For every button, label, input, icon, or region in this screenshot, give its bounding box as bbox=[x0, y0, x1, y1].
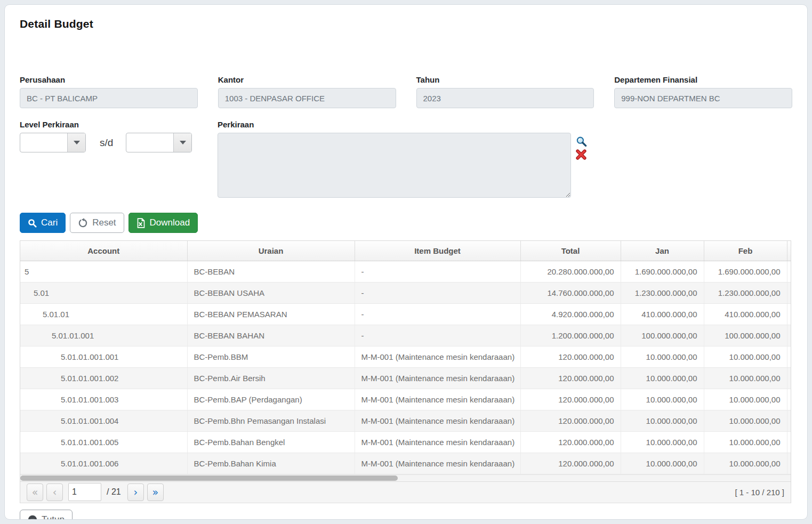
cell-uraian: BC-BEBAN PEMASARAN bbox=[187, 303, 355, 325]
cell-item-budget: M-M-001 (Maintenance mesin kendaraaan) bbox=[355, 389, 520, 410]
last-page-button[interactable]: » bbox=[147, 483, 164, 501]
tutup-button-label: Tutup bbox=[42, 514, 65, 520]
cell-item-budget: - bbox=[355, 325, 520, 346]
form-row-perkiraan: Level Perkiraan s/d bbox=[20, 120, 792, 200]
column-header-account[interactable]: Account bbox=[20, 241, 187, 261]
column-header-total[interactable]: Total bbox=[520, 241, 621, 261]
download-button-label: Download bbox=[150, 217, 190, 228]
table-row[interactable]: 5.01.01.001.002BC-Pemb.Air BersihM-M-001… bbox=[20, 367, 791, 389]
table-row[interactable]: 5.01BC-BEBAN USAHA-14.760.000.000,001.23… bbox=[20, 282, 791, 303]
table-body: 5BC-BEBAN-20.280.000.000,001.690.000.000… bbox=[20, 261, 791, 474]
kantor-input[interactable] bbox=[218, 88, 396, 108]
cari-button[interactable]: Cari bbox=[20, 213, 66, 233]
perusahaan-input[interactable] bbox=[20, 88, 198, 108]
perusahaan-field-group: Perusahaan bbox=[20, 75, 198, 108]
table-row[interactable]: 5.01.01BC-BEBAN PEMASARAN-4.920.000.000,… bbox=[20, 303, 791, 325]
cell-item-budget: - bbox=[355, 303, 520, 325]
tahun-label: Tahun bbox=[416, 75, 594, 84]
clear-x-icon bbox=[576, 149, 586, 160]
cell-account: 5.01.01.001.004 bbox=[20, 410, 187, 431]
level-perkiraan-from-dropdown-button[interactable] bbox=[67, 133, 85, 152]
perkiraan-textarea[interactable] bbox=[218, 133, 571, 198]
cell-clipped bbox=[787, 431, 791, 453]
cell-uraian: BC-BEBAN USAHA bbox=[187, 282, 355, 303]
horizontal-scrollbar[interactable] bbox=[20, 474, 791, 481]
cell-item-budget: M-M-001 (Maintenance mesin kendaraaan) bbox=[355, 367, 520, 389]
prev-page-button[interactable]: ‹ bbox=[46, 483, 63, 501]
cell-clipped bbox=[787, 389, 791, 410]
perusahaan-label: Perusahaan bbox=[20, 75, 198, 84]
level-perkiraan-from-value bbox=[20, 133, 67, 152]
cell-uraian: BC-Pemb.BBM bbox=[187, 346, 355, 367]
cell-account: 5.01 bbox=[20, 282, 187, 303]
column-header-item-budget[interactable]: Item Budget bbox=[355, 241, 520, 261]
level-perkiraan-from-select[interactable] bbox=[20, 133, 86, 152]
cell-item-budget: M-M-001 (Maintenance mesin kendaraaan) bbox=[355, 453, 520, 474]
level-perkiraan-to-select[interactable] bbox=[126, 133, 192, 152]
cari-button-label: Cari bbox=[41, 217, 58, 228]
column-header-feb[interactable]: Feb bbox=[704, 241, 787, 261]
cell-uraian: BC-Pemb.Bhn Pemasangan Instalasi bbox=[187, 410, 355, 431]
cell-feb: 10.000.000,00 bbox=[704, 410, 787, 431]
table-header-row: Account Uraian Item Budget Total Jan Feb bbox=[20, 241, 791, 261]
cell-jan: 10.000.000,00 bbox=[621, 367, 704, 389]
cell-total: 20.280.000.000,00 bbox=[520, 261, 621, 282]
cell-total: 120.000.000,00 bbox=[520, 367, 621, 389]
table-row[interactable]: 5.01.01.001.006BC-Pemb.Bahan KimiaM-M-00… bbox=[20, 453, 791, 474]
cell-account: 5.01.01 bbox=[20, 303, 187, 325]
cell-total: 14.760.000.000,00 bbox=[520, 282, 621, 303]
cell-uraian: BC-Pemb.Bahan Bengkel bbox=[187, 431, 355, 453]
cell-feb: 410.000.000,00 bbox=[704, 303, 787, 325]
cell-clipped bbox=[787, 261, 791, 282]
reset-arrow-icon bbox=[78, 218, 88, 228]
column-header-clipped bbox=[787, 241, 791, 261]
table-row[interactable]: 5.01.01.001BC-BEBAN BAHAN-1.200.000.000,… bbox=[20, 325, 791, 346]
reset-button[interactable]: Reset bbox=[70, 213, 124, 233]
cell-jan: 1.690.000.000,00 bbox=[621, 261, 704, 282]
cell-feb: 10.000.000,00 bbox=[704, 431, 787, 453]
table-row[interactable]: 5BC-BEBAN-20.280.000.000,001.690.000.000… bbox=[20, 261, 791, 282]
perkiraan-label: Perkiraan bbox=[218, 120, 571, 129]
perkiraan-clear-button[interactable] bbox=[575, 149, 587, 161]
horizontal-scrollbar-thumb[interactable] bbox=[20, 475, 398, 481]
tahun-input[interactable] bbox=[416, 88, 594, 108]
table-row[interactable]: 5.01.01.001.005BC-Pemb.Bahan BengkelM-M-… bbox=[20, 431, 791, 453]
cell-clipped bbox=[787, 346, 791, 367]
download-button[interactable]: Download bbox=[128, 213, 198, 233]
cell-feb: 1.690.000.000,00 bbox=[704, 261, 787, 282]
dash-circle-icon bbox=[28, 515, 37, 520]
cell-feb: 100.000.000,00 bbox=[704, 325, 787, 346]
cell-total: 120.000.000,00 bbox=[520, 389, 621, 410]
form-row-company: Perusahaan Kantor Tahun Departemen Finan… bbox=[20, 75, 792, 108]
cell-jan: 100.000.000,00 bbox=[621, 325, 704, 346]
tutup-button[interactable]: Tutup bbox=[20, 510, 73, 520]
level-perkiraan-to-dropdown-button[interactable] bbox=[173, 133, 191, 152]
table-row[interactable]: 5.01.01.001.003BC-Pemb.BAP (Perdagangan)… bbox=[20, 389, 791, 410]
cell-clipped bbox=[787, 410, 791, 431]
next-page-button[interactable]: › bbox=[127, 483, 144, 501]
first-page-button[interactable]: « bbox=[27, 483, 43, 501]
cell-jan: 1.230.000.000,00 bbox=[621, 282, 704, 303]
budget-grid: Account Uraian Item Budget Total Jan Feb… bbox=[20, 240, 791, 503]
search-icon bbox=[28, 219, 37, 228]
cell-jan: 10.000.000,00 bbox=[621, 453, 704, 474]
cell-jan: 10.000.000,00 bbox=[621, 389, 704, 410]
cell-clipped bbox=[787, 367, 791, 389]
departemen-finansial-input[interactable] bbox=[614, 88, 792, 108]
perkiraan-group: Perkiraan bbox=[218, 120, 587, 200]
page-title: Detail Budget bbox=[20, 18, 792, 30]
column-header-uraian[interactable]: Uraian bbox=[187, 241, 355, 261]
cell-feb: 10.000.000,00 bbox=[704, 346, 787, 367]
perkiraan-search-button[interactable] bbox=[575, 136, 587, 148]
cell-clipped bbox=[787, 325, 791, 346]
column-header-jan[interactable]: Jan bbox=[621, 241, 704, 261]
chevron-down-icon bbox=[74, 141, 80, 144]
cell-uraian: BC-BEBAN bbox=[187, 261, 355, 282]
table-row[interactable]: 5.01.01.001.001BC-Pemb.BBMM-M-001 (Maint… bbox=[20, 346, 791, 367]
cell-total: 120.000.000,00 bbox=[520, 346, 621, 367]
table-row[interactable]: 5.01.01.001.004BC-Pemb.Bhn Pemasangan In… bbox=[20, 410, 791, 431]
cell-account: 5 bbox=[20, 261, 187, 282]
page-number-input[interactable] bbox=[68, 483, 101, 501]
cell-total: 120.000.000,00 bbox=[520, 431, 621, 453]
cell-jan: 410.000.000,00 bbox=[621, 303, 704, 325]
